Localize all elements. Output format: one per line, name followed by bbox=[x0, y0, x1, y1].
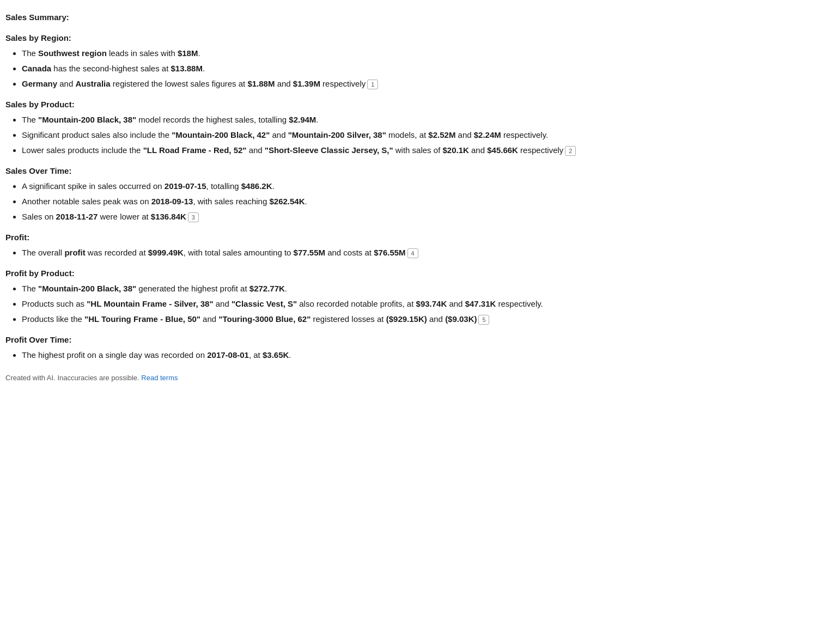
bold-text: $1.39M bbox=[293, 79, 320, 88]
section-list-5: The highest profit on a single day was r… bbox=[5, 349, 824, 362]
bold-text: $76.55M bbox=[374, 248, 405, 257]
section-title-4: Profit by Product: bbox=[5, 267, 824, 280]
citation-badge: 4 bbox=[407, 248, 418, 258]
list-item: Canada has the second-highest sales at $… bbox=[22, 62, 824, 75]
section-title-0: Sales by Region: bbox=[5, 32, 824, 45]
bold-text: $2.94M bbox=[289, 115, 316, 124]
bold-text: $999.49K bbox=[148, 248, 184, 257]
bold-text: "HL Touring Frame - Blue, 50" bbox=[84, 314, 200, 324]
list-item: Germany and Australia registered the low… bbox=[22, 77, 824, 90]
bold-text: Southwest region bbox=[38, 48, 107, 58]
bold-text: "Mountain-200 Black, 38" bbox=[38, 115, 136, 124]
list-item: The Southwest region leads in sales with… bbox=[22, 47, 824, 60]
section-title-1: Sales by Product: bbox=[5, 98, 824, 111]
section-list-3: The overall profit was recorded at $999.… bbox=[5, 246, 824, 259]
bold-text: $2.52M bbox=[428, 130, 455, 139]
footer-prefix: Created with AI. Inaccuracies are possib… bbox=[5, 374, 139, 382]
bold-text: "Classic Vest, S" bbox=[232, 299, 297, 308]
list-item: Products such as "HL Mountain Frame - Si… bbox=[22, 297, 824, 310]
bold-text: Germany bbox=[22, 79, 57, 88]
list-item: The "Mountain-200 Black, 38" model recor… bbox=[22, 113, 824, 126]
list-item: The overall profit was recorded at $999.… bbox=[22, 246, 824, 259]
read-terms-link[interactable]: Read terms bbox=[141, 374, 178, 382]
bold-text: "LL Road Frame - Red, 52" bbox=[143, 145, 247, 155]
bold-text: "Mountain-200 Black, 42" bbox=[172, 130, 270, 139]
bold-text: "HL Mountain Frame - Silver, 38" bbox=[87, 299, 213, 308]
bold-text: $262.54K bbox=[269, 197, 305, 206]
bold-text: $45.66K bbox=[487, 145, 518, 155]
bold-text: $136.84K bbox=[151, 212, 186, 221]
content-container: Sales by Region:The Southwest region lea… bbox=[5, 32, 824, 362]
bold-text: "Touring-3000 Blue, 62" bbox=[218, 314, 311, 324]
list-item: The highest profit on a single day was r… bbox=[22, 349, 824, 362]
section-list-4: The "Mountain-200 Black, 38" generated t… bbox=[5, 282, 824, 326]
bold-text: $1.88M bbox=[247, 79, 275, 88]
section-list-1: The "Mountain-200 Black, 38" model recor… bbox=[5, 113, 824, 157]
list-item: A significant spike in sales occurred on… bbox=[22, 180, 824, 193]
bold-text: "Mountain-200 Silver, 38" bbox=[288, 130, 386, 139]
bold-text: $18M bbox=[178, 48, 198, 58]
bold-text: 2018-09-13 bbox=[151, 197, 193, 206]
bold-text: "Short-Sleeve Classic Jersey, S," bbox=[265, 145, 393, 155]
citation-badge: 3 bbox=[188, 212, 199, 222]
bold-text: $20.1K bbox=[442, 145, 468, 155]
footer: Created with AI. Inaccuracies are possib… bbox=[5, 373, 824, 384]
bold-text: Australia bbox=[75, 79, 110, 88]
citation-badge: 2 bbox=[565, 146, 576, 156]
list-item: Sales on 2018-11-27 were lower at $136.8… bbox=[22, 210, 824, 223]
list-item: Significant product sales also include t… bbox=[22, 129, 824, 142]
bold-text: $47.31K bbox=[465, 299, 496, 308]
section-list-0: The Southwest region leads in sales with… bbox=[5, 47, 824, 90]
bold-text: $272.77K bbox=[249, 284, 285, 293]
bold-text: 2019-07-15 bbox=[165, 181, 206, 191]
citation-badge: 5 bbox=[478, 315, 489, 325]
citation-badge: 1 bbox=[367, 80, 378, 89]
section-title-2: Sales Over Time: bbox=[5, 165, 824, 178]
bold-text: $486.2K bbox=[241, 181, 272, 191]
bold-text: $13.88M bbox=[171, 64, 203, 73]
bold-text: $2.24M bbox=[474, 130, 501, 139]
bold-text: $93.74K bbox=[416, 299, 447, 308]
list-item: Another notable sales peak was on 2018-0… bbox=[22, 195, 824, 208]
list-item: Lower sales products include the "LL Roa… bbox=[22, 144, 824, 157]
section-title-3: Profit: bbox=[5, 231, 824, 244]
bold-text: $3.65K bbox=[263, 350, 289, 360]
list-item: The "Mountain-200 Black, 38" generated t… bbox=[22, 282, 824, 295]
bold-text: 2017-08-01 bbox=[207, 350, 249, 360]
bold-text: "Mountain-200 Black, 38" bbox=[38, 284, 136, 293]
bold-text: $77.55M bbox=[294, 248, 325, 257]
bold-text: ($9.03K) bbox=[445, 314, 477, 324]
list-item: Products like the "HL Touring Frame - Bl… bbox=[22, 313, 824, 326]
bold-text: 2018-11-27 bbox=[56, 212, 98, 221]
bold-text: ($929.15K) bbox=[386, 314, 427, 324]
bold-text: Canada bbox=[22, 64, 51, 73]
section-title-5: Profit Over Time: bbox=[5, 333, 824, 346]
section-list-2: A significant spike in sales occurred on… bbox=[5, 180, 824, 223]
main-title: Sales Summary: bbox=[5, 11, 824, 24]
bold-text: profit bbox=[64, 248, 85, 257]
